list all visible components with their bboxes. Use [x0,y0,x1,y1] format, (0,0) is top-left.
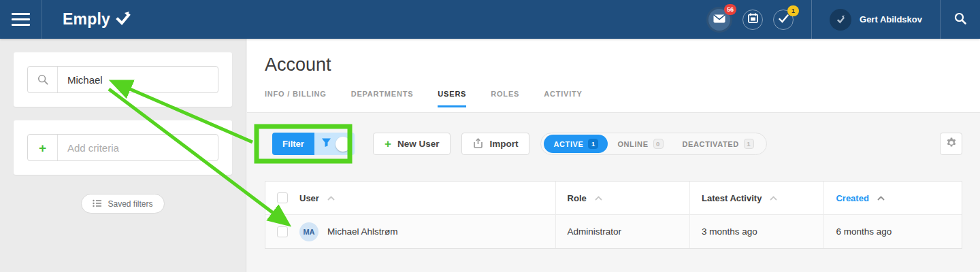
sidebar-search-field[interactable]: Michael [27,66,218,93]
status-pill-count: 1 [588,139,598,149]
tab-info-billing[interactable]: INFO / BILLING [265,90,327,107]
created-cell: 6 months ago [836,226,892,237]
calendar-icon [748,13,758,26]
status-pill-deactivated[interactable]: DEACTIVATED 1 [673,135,764,153]
sort-chevron-icon-active[interactable] [877,196,885,201]
funnel-icon [321,137,331,150]
plus-icon: + [28,135,58,160]
user-avatar [830,9,851,31]
table-row[interactable]: MA Michael Ahlstrøm Administrator 3 mont… [265,214,962,248]
user-name-cell[interactable]: Michael Ahlstrøm [327,226,398,237]
table-header-row: User Role Latest Activity [265,182,962,214]
status-filter-group: ACTIVE 1 ONLINE 0 DEACTIVATED 1 [540,133,766,155]
status-pill-active[interactable]: ACTIVE 1 [544,135,608,153]
status-pill-online[interactable]: ONLINE 0 [608,135,672,153]
role-cell: Administrator [568,226,622,237]
checkmark-icon [779,14,789,26]
tab-users[interactable]: USERS [438,90,466,107]
status-pill-label: DEACTIVATED [683,140,739,148]
gear-icon [946,137,957,151]
tab-departments[interactable]: DEPARTMENTS [351,90,414,107]
add-criteria-field[interactable]: + Add criteria [27,134,218,161]
filter-button-label: Filter [272,133,314,155]
sort-chevron-icon[interactable] [770,196,777,201]
list-icon [93,198,102,210]
tab-activity[interactable]: ACTIVITY [544,90,583,107]
sort-chevron-icon[interactable] [595,196,602,201]
users-table: User Role Latest Activity [265,181,962,249]
column-header-user[interactable]: User [299,193,319,203]
status-pill-count: 0 [653,139,664,149]
status-pill-count: 1 [744,139,754,149]
user-initials-avatar: MA [299,222,318,241]
toggle-knob [336,137,350,152]
import-button[interactable]: Import [461,133,529,155]
account-tabs: INFO / BILLING DEPARTMENTS USERS ROLES A… [265,90,980,107]
tab-roles[interactable]: ROLES [491,90,519,107]
top-navigation-bar: Emply 56 [0,0,980,39]
import-label: Import [489,139,518,149]
users-toolbar: Filter + New User [265,124,962,163]
latest-activity-cell: 3 months ago [702,226,757,237]
envelope-icon [713,14,725,26]
user-menu[interactable]: Gert Abildskov [812,0,940,39]
filter-toggle-switch[interactable] [314,133,355,155]
page-title: Account [265,54,980,75]
calendar-button[interactable] [742,10,763,30]
brand-logo-icon [116,11,131,29]
new-user-button[interactable]: + New User [373,133,451,155]
add-criteria-card: + Add criteria [14,120,232,175]
tasks-count-badge: 1 [787,5,799,16]
brand-logo[interactable]: Emply [63,10,131,29]
saved-filters-label: Saved filters [108,199,152,209]
inbox-count-badge: 56 [724,4,736,15]
filter-sidebar: Michael + Add criteria Saved filters [0,39,246,272]
search-icon [28,67,58,92]
column-header-role[interactable]: Role [568,193,587,203]
global-search-button[interactable] [941,0,980,39]
search-filter-card: Michael [14,52,232,107]
sidebar-search-value[interactable]: Michael [58,74,218,86]
hamburger-menu-button[interactable] [0,0,42,39]
sort-chevron-icon[interactable] [327,196,335,201]
add-criteria-placeholder[interactable]: Add criteria [58,142,218,154]
row-checkbox[interactable] [277,226,288,237]
column-header-latest-activity[interactable]: Latest Activity [702,193,762,203]
saved-filters-button[interactable]: Saved filters [81,194,164,214]
column-header-created[interactable]: Created [836,193,868,203]
upload-icon [473,138,483,150]
tasks-button[interactable]: 1 [773,10,794,30]
page-header: Account INFO / BILLING DEPARTMENTS USERS… [247,39,980,113]
users-panel: Filter + New User [247,113,980,249]
filter-button-wrap: Filter [265,128,362,160]
filter-toggle-button[interactable]: Filter [272,133,355,155]
user-name: Gert Abildskov [860,14,922,24]
brand-name: Emply [63,10,110,29]
table-settings-button[interactable] [940,133,962,155]
select-all-checkbox[interactable] [277,192,288,203]
new-user-label: New User [397,139,440,149]
main-content: Account INFO / BILLING DEPARTMENTS USERS… [247,39,980,272]
magnifier-icon [954,12,966,27]
status-pill-label: ONLINE [617,140,648,148]
plus-icon: + [385,138,391,150]
inbox-button[interactable]: 56 [706,7,732,33]
status-pill-label: ACTIVE [553,140,583,148]
